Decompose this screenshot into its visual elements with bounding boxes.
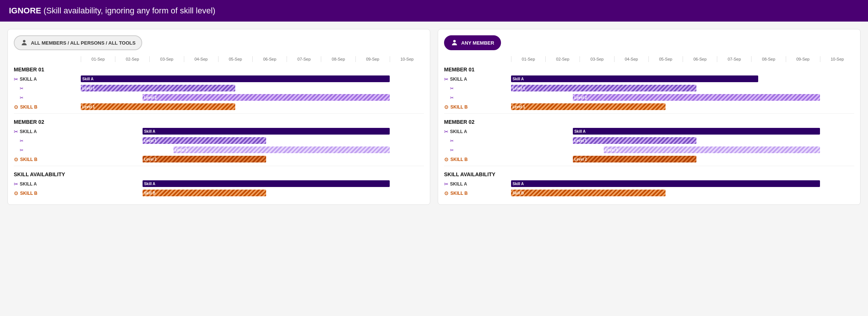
skill-row: ✂SKILL ASkill A bbox=[14, 128, 424, 136]
skill-label: ✂ bbox=[14, 86, 81, 91]
skill-label: ✂SKILL A bbox=[444, 76, 511, 82]
gantt-bar: Level 1 bbox=[573, 137, 696, 144]
gantt-bar: Skill A bbox=[511, 180, 820, 187]
skill-row: ✂SKILL ASkill A bbox=[444, 180, 854, 188]
timeline-date: 07-Sep bbox=[717, 56, 751, 62]
gantt-bar: Level 3 bbox=[173, 146, 390, 153]
timeline-date: 09-Sep bbox=[355, 56, 390, 62]
bar-area: Level 2 bbox=[81, 155, 424, 164]
bar-area: Level 2 bbox=[81, 94, 424, 102]
bar-area: Skill A bbox=[511, 128, 854, 136]
gantt-bar: Skill A bbox=[511, 75, 758, 82]
skill-label: ✂ bbox=[444, 148, 511, 153]
skill-row: ✂Level 1 bbox=[14, 84, 424, 93]
section-header-1: MEMBER 02 bbox=[14, 116, 424, 126]
bar-area: Level 1 bbox=[81, 137, 424, 145]
skill-row: ✂Level 1 bbox=[14, 137, 424, 145]
skill-row: ✂SKILL ASkill A bbox=[444, 75, 854, 83]
skill-name: SKILL A bbox=[20, 129, 37, 134]
timeline-date: 10-Sep bbox=[390, 56, 424, 62]
timeline-date: 08-Sep bbox=[751, 56, 785, 62]
bar-area: Skill A bbox=[81, 128, 424, 136]
skill-row: ✂Level 1 bbox=[444, 137, 854, 145]
gear-icon: ⚙ bbox=[14, 104, 19, 110]
header-title: IGNORE bbox=[9, 6, 41, 15]
main-content: ALL MEMBERS / ALL PERSONS / ALL TOOLS01-… bbox=[0, 22, 868, 212]
skill-row: ⚙SKILL BLevel 1 bbox=[14, 103, 424, 111]
skill-name: SKILL A bbox=[20, 77, 37, 82]
gantt-bar: Level 1 bbox=[81, 85, 235, 91]
sub-level-icon: ✂ bbox=[444, 86, 454, 91]
gantt-bar: Skill B bbox=[511, 190, 666, 196]
timeline-date: 09-Sep bbox=[786, 56, 820, 62]
bar-area: Skill B bbox=[511, 189, 854, 197]
gantt-bar: Level 2 bbox=[143, 156, 266, 162]
scissors-icon: ✂ bbox=[444, 129, 449, 135]
gantt-bar: Skill B bbox=[143, 190, 266, 196]
skill-label: ✂SKILL A bbox=[14, 129, 81, 135]
skill-name: SKILL A bbox=[450, 77, 467, 82]
timeline-date: 08-Sep bbox=[321, 56, 355, 62]
gantt-bar: Level 3 bbox=[604, 146, 820, 153]
bar-area: Level 2 bbox=[511, 155, 854, 164]
timeline-date: 04-Sep bbox=[184, 56, 218, 62]
header-subtitle: (Skill availability, ignoring any form o… bbox=[44, 6, 216, 15]
scissors-icon: ✂ bbox=[444, 181, 449, 187]
gantt-bar: Level 2 bbox=[573, 94, 820, 101]
gear-icon: ⚙ bbox=[14, 190, 19, 196]
section-header-2: SKILL AVAILABILITY bbox=[14, 168, 424, 179]
skill-label: ✂ bbox=[444, 86, 511, 91]
section-header-2: SKILL AVAILABILITY bbox=[444, 168, 854, 179]
scissors-icon: ✂ bbox=[14, 76, 18, 82]
section-header-0: MEMBER 01 bbox=[14, 64, 424, 74]
timeline-date: 01-Sep bbox=[511, 56, 545, 62]
filter-button-left[interactable]: ALL MEMBERS / ALL PERSONS / ALL TOOLS bbox=[14, 35, 142, 50]
skill-row: ⚙SKILL BLevel 2 bbox=[14, 155, 424, 164]
gantt-bar: Level 1 bbox=[511, 103, 666, 110]
skill-label: ✂ bbox=[14, 138, 81, 144]
timeline-date: 05-Sep bbox=[218, 56, 252, 62]
skill-label: ⚙SKILL B bbox=[14, 190, 81, 196]
skill-row: ⚙SKILL BLevel 1 bbox=[444, 103, 854, 111]
bar-area: Skill A bbox=[81, 75, 424, 83]
timeline-date: 07-Sep bbox=[287, 56, 321, 62]
gear-icon: ⚙ bbox=[444, 157, 449, 162]
bar-area: Skill B bbox=[81, 189, 424, 197]
skill-label: ✂SKILL A bbox=[14, 76, 81, 82]
gantt-area: MEMBER 01✂SKILL ASkill A✂Level 1✂Level 2… bbox=[14, 64, 424, 197]
svg-point-1 bbox=[453, 40, 456, 43]
skill-row: ✂Level 2 bbox=[14, 94, 424, 102]
skill-name: SKILL B bbox=[450, 104, 467, 110]
timeline-date: 01-Sep bbox=[81, 56, 115, 62]
skill-label: ✂SKILL A bbox=[444, 181, 511, 187]
filter-button-right[interactable]: ANY MEMBER bbox=[444, 35, 501, 50]
scissors-icon: ✂ bbox=[14, 181, 18, 187]
sub-level-icon: ✂ bbox=[14, 95, 23, 100]
timeline-date: 10-Sep bbox=[820, 56, 854, 62]
gantt-bar: Level 1 bbox=[81, 103, 235, 110]
gantt-bar: Level 1 bbox=[511, 85, 696, 91]
bar-area: Level 3 bbox=[81, 146, 424, 154]
skill-row: ✂SKILL ASkill A bbox=[14, 75, 424, 83]
skill-label: ⚙SKILL B bbox=[444, 157, 511, 162]
skill-name: SKILL B bbox=[450, 191, 467, 196]
skill-row: ✂Level 3 bbox=[444, 146, 854, 154]
panel-left: ALL MEMBERS / ALL PERSONS / ALL TOOLS01-… bbox=[7, 29, 430, 205]
skill-name: SKILL B bbox=[20, 191, 37, 196]
sub-level-icon: ✂ bbox=[444, 138, 454, 144]
skill-label: ✂ bbox=[14, 95, 81, 100]
skill-label: ✂ bbox=[444, 95, 511, 100]
gantt-container: 01-Sep02-Sep03-Sep04-Sep05-Sep06-Sep07-S… bbox=[444, 56, 854, 199]
timeline-date: 02-Sep bbox=[115, 56, 149, 62]
timeline-date: 06-Sep bbox=[683, 56, 717, 62]
bar-area: Level 3 bbox=[511, 146, 854, 154]
gantt-bar: Skill A bbox=[573, 128, 820, 135]
filter-label: ALL MEMBERS / ALL PERSONS / ALL TOOLS bbox=[31, 40, 135, 46]
svg-point-0 bbox=[23, 40, 26, 43]
skill-name: SKILL A bbox=[20, 181, 37, 187]
gear-icon: ⚙ bbox=[444, 190, 449, 196]
timeline-date: 03-Sep bbox=[149, 56, 184, 62]
bar-area: Skill A bbox=[511, 75, 854, 83]
scissors-icon: ✂ bbox=[14, 129, 18, 135]
filter-label: ANY MEMBER bbox=[461, 40, 494, 46]
